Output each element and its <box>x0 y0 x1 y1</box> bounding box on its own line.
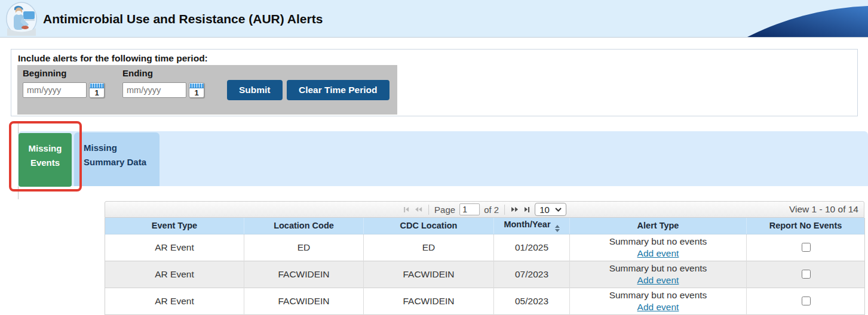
ending-calendar-button[interactable]: 1 <box>189 82 204 98</box>
pager-separator <box>504 205 505 215</box>
tab-missing-summary-data[interactable]: Missing Summary Data <box>74 132 160 186</box>
column-header-cdc-location[interactable]: CDC Location <box>364 218 494 234</box>
table-row: AR Event ED ED 01/2025 Summary but no ev… <box>105 234 865 261</box>
cell-location-code: ED <box>244 234 364 261</box>
alert-type-text: Summary but no events <box>571 289 746 301</box>
cell-alert-type: Summary but no events Add event <box>570 288 747 314</box>
alerts-table: Event Type Location Code CDC Location Mo… <box>105 218 865 315</box>
page-label: Page <box>434 205 455 215</box>
alert-type-text: Summary but no events <box>571 262 746 274</box>
cell-event-type: AR Event <box>105 234 244 261</box>
tab-missing-events[interactable]: Missing Events <box>19 133 72 187</box>
cell-cdc-location: FACWIDEIN <box>364 261 494 288</box>
add-event-link[interactable]: Add event <box>637 275 679 285</box>
pager-separator <box>428 205 429 215</box>
cell-event-type: AR Event <box>105 288 244 314</box>
previous-page-button[interactable] <box>414 207 423 212</box>
cell-cdc-location: FACWIDEIN <box>364 288 494 314</box>
cell-alert-type: Summary but no events Add event <box>570 261 747 288</box>
first-page-button[interactable] <box>403 207 410 212</box>
clear-time-period-button[interactable]: Clear Time Period <box>287 80 389 100</box>
cell-report-no-events <box>747 261 865 288</box>
cell-location-code: FACWIDEIN <box>244 288 364 314</box>
report-no-events-checkbox[interactable] <box>802 270 811 279</box>
page-size-select[interactable]: 10 <box>535 203 566 216</box>
page-header: Antimicrobial Use and Resistance (AUR) A… <box>0 0 868 38</box>
calendar-icon: 1 <box>189 84 204 97</box>
page-title: Antimicrobial Use and Resistance (AUR) A… <box>43 0 323 38</box>
ending-label: Ending <box>122 68 153 78</box>
column-header-report-no-events[interactable]: Report No Events <box>747 218 865 234</box>
cell-report-no-events <box>747 234 865 261</box>
alert-type-text: Summary but no events <box>571 236 746 248</box>
healthcare-worker-logo-icon <box>6 2 37 36</box>
column-header-alert-type[interactable]: Alert Type <box>570 218 747 234</box>
column-header-event-type[interactable]: Event Type <box>105 218 244 234</box>
page-number-input[interactable] <box>459 203 480 215</box>
cell-alert-type: Summary but no events Add event <box>570 234 747 261</box>
beginning-label: Beginning <box>23 68 66 78</box>
table-row: AR Event FACWIDEIN FACWIDEIN 07/2023 Sum… <box>105 261 865 288</box>
cell-report-no-events <box>747 288 865 314</box>
cell-event-type: AR Event <box>105 261 244 288</box>
filter-instruction: Include alerts for the following time pe… <box>18 53 857 64</box>
column-header-location-code[interactable]: Location Code <box>244 218 364 234</box>
cell-month-year: 05/2023 <box>494 288 570 314</box>
pager-controls: Page of 2 10 <box>403 202 566 217</box>
cell-month-year: 07/2023 <box>494 261 570 288</box>
report-no-events-checkbox[interactable] <box>802 243 811 252</box>
sort-icon <box>555 225 560 232</box>
chevron-down-icon <box>555 208 562 212</box>
beginning-date-input[interactable] <box>23 82 87 98</box>
time-period-controls: Beginning Ending 1 1 Submit Clear Time P… <box>17 65 397 115</box>
cell-month-year: 01/2025 <box>494 234 570 261</box>
ending-date-input[interactable] <box>122 82 186 98</box>
last-page-button[interactable] <box>523 207 530 212</box>
table-header-row: Event Type Location Code CDC Location Mo… <box>105 218 865 234</box>
table-row: AR Event FACWIDEIN FACWIDEIN 05/2023 Sum… <box>105 288 865 314</box>
report-no-events-checkbox[interactable] <box>802 297 811 305</box>
cell-cdc-location: ED <box>364 234 494 261</box>
cell-location-code: FACWIDEIN <box>244 261 364 288</box>
time-period-filter-panel: Include alerts for the following time pe… <box>11 49 858 116</box>
alerts-table-section: Page of 2 10 View 1 - 10 of 14 Even <box>105 201 864 315</box>
submit-button[interactable]: Submit <box>227 80 283 100</box>
column-header-month-year[interactable]: Month/Year <box>494 218 570 234</box>
beginning-calendar-button[interactable]: 1 <box>89 82 105 98</box>
header-swoosh-decoration <box>677 0 868 38</box>
calendar-icon: 1 <box>90 84 104 97</box>
pager-toolbar: Page of 2 10 View 1 - 10 of 14 <box>105 201 864 218</box>
aur-alerts-page: Antimicrobial Use and Resistance (AUR) A… <box>0 0 868 315</box>
page-of-label: of 2 <box>484 205 499 215</box>
next-page-button[interactable] <box>510 207 519 212</box>
add-event-link[interactable]: Add event <box>637 302 679 312</box>
view-range-label: View 1 - 10 of 14 <box>789 202 858 217</box>
add-event-link[interactable]: Add event <box>637 248 679 258</box>
